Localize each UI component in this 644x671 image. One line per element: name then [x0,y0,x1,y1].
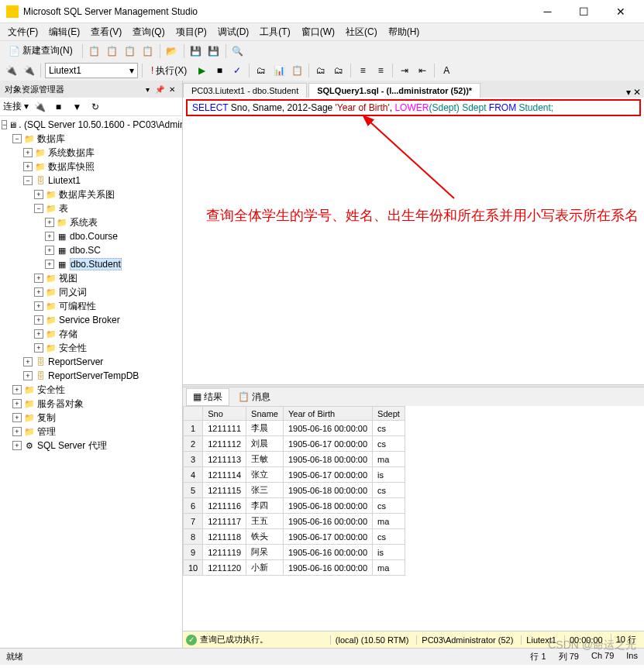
tree-toggle[interactable]: − [2,120,7,129]
menu-edit[interactable]: 编辑(E) [44,24,84,40]
tree-snapshots[interactable]: 数据库快照 [48,160,95,174]
tree-db-security[interactable]: 安全性 [59,342,87,355]
refresh-icon[interactable]: ↻ [88,99,103,115]
tb-icon-c[interactable]: 📋 [289,63,305,78]
tab-sqlquery1[interactable]: SQLQuery1.sql - (l...dministrator (52))* [308,83,480,98]
tree-databases[interactable]: 数据库 [37,132,65,146]
tree-db-liutext1[interactable]: Liutext1 [48,175,81,186]
sql-code[interactable]: SELECT Sno, Sname, 2012-Sage 'Year of Bi… [186,99,641,116]
tree-toggle[interactable]: + [45,218,54,227]
toolbar-btn-1[interactable]: 📋 [87,43,102,59]
tree-toggle[interactable]: + [23,357,33,366]
tree-replication[interactable]: 复制 [37,411,56,425]
tree-toggle[interactable]: + [34,287,43,297]
tree-toggle[interactable]: + [23,371,33,380]
tree-toggle[interactable]: + [12,385,22,394]
table-row[interactable]: 2 1211112 刘晨 1905-06-17 00:00:00 cs [184,436,405,452]
panel-close-icon[interactable]: ✕ [167,84,177,95]
table-row[interactable]: 8 1211118 铁头 1905-06-17 00:00:00 cs [184,529,405,545]
tree-db-reportserver[interactable]: ReportServer [48,356,103,367]
tree-toggle[interactable]: + [34,301,43,311]
tree-table-student[interactable]: dbo.Student [70,258,122,270]
tree-table-course[interactable]: dbo.Course [70,231,118,242]
tb-icon-e[interactable]: 🗂 [331,63,346,78]
open-button[interactable]: 📂 [164,43,180,59]
connect-icon-1[interactable]: 🔌 [32,99,47,115]
tree-storage[interactable]: 存储 [59,328,77,341]
col-rownum[interactable] [184,407,203,421]
panel-pin-icon[interactable]: 📌 [154,84,165,95]
tb-icon-b[interactable]: 📊 [271,63,287,78]
tree-service-broker[interactable]: Service Broker [59,315,120,325]
minimize-button[interactable]: ─ [530,3,565,20]
connect-button[interactable]: 连接 ▾ [3,100,29,113]
results-grid[interactable]: Sno Sname Year of Birth Sdept 1 1211111 … [183,406,644,631]
object-tree[interactable]: −🖥. (SQL Server 10.50.1600 - PC03\Admini… [0,116,182,648]
menu-file[interactable]: 文件(F) [3,24,43,40]
table-row[interactable]: 3 1211113 王敏 1905-06-18 00:00:00 ma [184,452,405,467]
tree-db-reportservertempdb[interactable]: ReportServerTempDB [48,370,139,381]
menu-help[interactable]: 帮助(H) [384,24,425,40]
menu-query[interactable]: 查询(Q) [128,24,169,40]
activity-icon[interactable]: 🔍 [230,43,246,59]
toolbar-disconnect-icon[interactable]: 🔌 [21,63,36,78]
tree-server-objects[interactable]: 服务器对象 [37,397,84,411]
connect-icon-2[interactable]: ■ [50,99,66,115]
tab-results[interactable]: ▦结果 [186,388,229,406]
col-sname[interactable]: Sname [246,407,284,421]
new-query-button[interactable]: 📄 新建查询(N) [3,42,78,60]
tree-toggle[interactable]: + [45,246,54,255]
indent-button[interactable]: ⇥ [397,63,412,78]
tb-icon-d[interactable]: 🗂 [313,63,329,78]
tree-management[interactable]: 管理 [37,425,56,439]
panel-dropdown-icon[interactable]: ▾ [142,84,153,95]
save-button[interactable]: 💾 [188,43,204,59]
table-row[interactable]: 4 1211114 张立 1905-06-17 00:00:00 is [184,467,405,483]
toolbar-btn-3[interactable]: 📋 [122,43,138,59]
comment-button[interactable]: ≡ [355,63,370,78]
tree-toggle[interactable]: + [12,399,22,408]
tree-sys-tables[interactable]: 系统表 [70,216,98,229]
toolbar-btn-2[interactable]: 📋 [105,43,120,59]
tree-toggle[interactable]: + [34,274,43,283]
tree-views[interactable]: 视图 [59,272,77,285]
filter-icon[interactable]: ▼ [69,99,84,115]
table-row[interactable]: 6 1211116 李四 1905-06-18 00:00:00 cs [184,498,405,514]
tree-toggle[interactable]: + [34,190,43,199]
outdent-button[interactable]: ⇤ [415,63,430,78]
sql-editor[interactable]: SELECT Sno, Sname, 2012-Sage 'Year of Bi… [183,98,644,384]
tb-icon-a[interactable]: 🗂 [253,63,269,78]
toolbar-connect-icon[interactable]: 🔌 [3,63,19,78]
menu-debug[interactable]: 调试(D) [213,24,254,40]
save-all-button[interactable]: 💾 [206,43,222,59]
tree-security[interactable]: 安全性 [37,384,65,397]
menu-project[interactable]: 项目(P) [171,24,212,40]
close-button[interactable]: ✕ [603,3,638,20]
menu-view[interactable]: 查看(V) [86,24,126,40]
col-yob[interactable]: Year of Birth [283,407,372,421]
tree-server[interactable]: . (SQL Server 10.50.1600 - PC03\Administ… [19,119,182,130]
tree-toggle[interactable]: + [23,162,33,171]
tab-messages[interactable]: 📋消息 [231,388,277,406]
tree-agent[interactable]: SQL Server 代理 [37,439,107,452]
tb-icon-f[interactable]: A [439,63,454,78]
tree-toggle[interactable]: + [45,260,54,269]
toolbar-btn-4[interactable]: 📋 [140,43,156,59]
tree-toggle[interactable]: + [34,329,43,339]
tree-toggle[interactable]: + [12,427,22,436]
tree-toggle[interactable]: + [45,232,54,241]
maximize-button[interactable]: ☐ [567,3,601,20]
table-row[interactable]: 9 1211119 阿呆 1905-06-16 00:00:00 is [184,545,405,560]
tree-toggle[interactable]: + [34,315,43,325]
parse-button[interactable]: ✓ [229,63,245,78]
execute-button[interactable]: ! 执行(X) [146,63,191,79]
tree-toggle[interactable]: − [12,134,22,143]
table-row[interactable]: 5 1211115 张三 1905-06-18 00:00:00 cs [184,483,405,498]
tree-toggle[interactable]: − [23,176,33,185]
tree-toggle[interactable]: − [34,204,43,213]
col-sdept[interactable]: Sdept [373,407,405,421]
tree-toggle[interactable]: + [12,441,22,450]
tree-table-sc[interactable]: dbo.SC [70,245,101,256]
tree-toggle[interactable]: + [23,148,33,157]
tree-toggle[interactable]: + [34,343,43,353]
